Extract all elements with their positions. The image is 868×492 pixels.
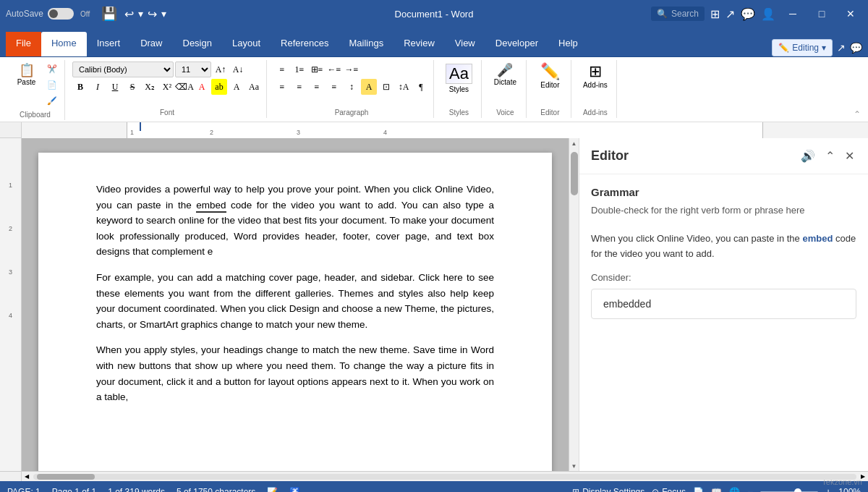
editing-mode-button[interactable]: ✏️ Editing ▾ — [772, 39, 833, 56]
tab-insert[interactable]: Insert — [87, 32, 131, 56]
cut-button[interactable]: ✂️ — [44, 62, 60, 76]
multilevel-button[interactable]: ⊞≡ — [309, 62, 325, 77]
embed-link[interactable]: embed — [802, 233, 833, 244]
copy-button[interactable]: 📄 — [44, 77, 60, 92]
tab-developer[interactable]: Developer — [485, 32, 548, 56]
customize-qat-icon[interactable]: ▾ — [161, 8, 166, 20]
comments-ribbon-icon[interactable]: 💬 — [850, 42, 862, 54]
sort-button[interactable]: ↕A — [396, 79, 412, 95]
bold-button[interactable]: B — [72, 79, 88, 95]
increase-font-button[interactable]: A↑ — [213, 62, 229, 77]
zoom-percent[interactable]: 100% — [838, 487, 861, 492]
line-spacing-button[interactable]: ↕ — [344, 79, 359, 95]
justify-button[interactable]: ≡ — [326, 79, 342, 95]
paste-button[interactable]: 📋 Paste — [10, 62, 43, 88]
numbering-button[interactable]: 1≡ — [292, 62, 307, 77]
collapse-ribbon-button[interactable]: ⌃ — [854, 109, 861, 119]
minimize-button[interactable]: ─ — [781, 4, 804, 24]
font-color-button[interactable]: A — [194, 79, 210, 95]
tab-file[interactable]: File — [6, 32, 41, 56]
tab-design[interactable]: Design — [173, 32, 222, 56]
characters-status[interactable]: 5 of 1750 characters — [176, 487, 255, 492]
search-placeholder: Search — [671, 9, 699, 19]
autosave-toggle[interactable] — [48, 8, 74, 20]
view-toggle-web[interactable]: 🌐 — [729, 487, 740, 492]
superscript-button[interactable]: X² — [159, 79, 175, 95]
font-size-text[interactable]: Aa — [246, 79, 262, 95]
undo-icon[interactable]: ↩ — [124, 7, 134, 21]
align-left-button[interactable]: ≡ — [274, 79, 290, 95]
tab-draw[interactable]: Draw — [130, 32, 172, 56]
hscroll-track[interactable] — [33, 474, 856, 480]
zoom-thumb[interactable] — [794, 488, 801, 492]
autosave-knob — [49, 9, 58, 18]
shading-button[interactable]: A — [361, 79, 377, 95]
strikethrough-button[interactable]: S — [124, 79, 140, 95]
suggestion-box[interactable]: embedded — [591, 289, 856, 319]
vertical-scrollbar[interactable]: ▲ ▼ — [569, 138, 579, 471]
decrease-font-button[interactable]: A↓ — [230, 62, 246, 77]
close-panel-icon[interactable]: ✕ — [843, 147, 856, 165]
document-page[interactable]: Video provides a powerful way to help yo… — [38, 153, 552, 471]
words-status[interactable]: 1 of 319 words — [108, 487, 165, 492]
focus-button[interactable]: ⊙ Focus — [652, 487, 686, 492]
tab-mailings[interactable]: Mailings — [339, 32, 394, 56]
save-icon[interactable]: 💾 — [101, 6, 117, 22]
tab-help[interactable]: Help — [548, 32, 588, 56]
page-of-status[interactable]: Page 1 of 1 — [52, 487, 96, 492]
view-toggle-read[interactable]: 📖 — [711, 487, 722, 492]
scroll-thumb[interactable] — [571, 152, 578, 195]
highlight-button[interactable]: ab — [211, 79, 227, 95]
font-size-select[interactable]: 11 — [175, 62, 211, 77]
comments-icon[interactable]: 💬 — [741, 7, 755, 21]
show-formatting-button[interactable]: ¶ — [413, 79, 429, 95]
subscript-button[interactable]: X₂ — [142, 79, 158, 95]
sound-icon[interactable]: 🔊 — [799, 147, 817, 165]
tab-view[interactable]: View — [445, 32, 485, 56]
document-scroll-area[interactable]: Video provides a powerful way to help yo… — [22, 138, 569, 471]
maximize-button[interactable]: □ — [810, 4, 833, 24]
hscroll-thumb[interactable] — [37, 474, 95, 480]
page-status[interactable]: PAGE: 1 — [7, 487, 41, 492]
accessibility-icon[interactable]: ♿ — [289, 487, 300, 492]
increase-indent-button[interactable]: →≡ — [344, 62, 359, 77]
scroll-left-button[interactable]: ◀ — [22, 472, 32, 482]
undo-dropdown-icon[interactable]: ▾ — [138, 8, 143, 20]
styles-button[interactable]: Aa Styles — [441, 62, 477, 96]
zoom-plus-button[interactable]: + — [825, 486, 831, 492]
tab-references[interactable]: References — [271, 32, 339, 56]
scroll-track[interactable] — [569, 148, 579, 461]
scroll-up-button[interactable]: ▲ — [569, 138, 579, 148]
collapse-panel-icon[interactable]: ⌃ — [823, 147, 837, 165]
redo-icon[interactable]: ↪ — [148, 7, 157, 21]
text-effect-button[interactable]: A — [229, 79, 244, 95]
track-changes-icon[interactable]: 📝 — [267, 487, 278, 492]
view-toggle-normal[interactable]: 📄 — [693, 487, 704, 492]
tab-layout[interactable]: Layout — [222, 32, 271, 56]
dictate-button[interactable]: 🎤 Dictate — [489, 62, 522, 88]
search-box[interactable]: 🔍 Search — [651, 7, 705, 21]
scroll-down-button[interactable]: ▼ — [569, 461, 579, 471]
borders-button[interactable]: ⊡ — [378, 79, 394, 95]
ribbon-icon[interactable]: ⊞ — [710, 7, 720, 21]
align-right-button[interactable]: ≡ — [309, 79, 325, 95]
font-name-select[interactable]: Calibri (Body) — [72, 62, 174, 77]
editor-ribbon-button[interactable]: ✏️ Editor — [534, 62, 566, 91]
profile-icon[interactable]: 👤 — [761, 7, 775, 21]
share-ribbon-icon[interactable]: ↗ — [837, 42, 846, 54]
status-right: ⊞ Display Settings ⊙ Focus 📄 📖 🌐 − + 100… — [572, 486, 861, 492]
display-settings-button[interactable]: ⊞ Display Settings — [572, 487, 644, 492]
italic-button[interactable]: I — [90, 79, 106, 95]
decrease-indent-button[interactable]: ←≡ — [326, 62, 342, 77]
bullets-button[interactable]: ≡ — [274, 62, 290, 77]
close-button[interactable]: ✕ — [839, 4, 862, 24]
addins-button[interactable]: ⊞ Add-ins — [579, 62, 612, 91]
format-painter-button[interactable]: 🖌️ — [44, 93, 60, 108]
share-icon[interactable]: ↗ — [726, 7, 735, 21]
tab-review[interactable]: Review — [393, 32, 445, 56]
clear-format-button[interactable]: ⌫A — [176, 79, 192, 95]
underline-button[interactable]: U — [107, 79, 123, 95]
align-center-button[interactable]: ≡ — [292, 79, 307, 95]
tab-home[interactable]: Home — [41, 32, 87, 56]
zoom-minus-button[interactable]: − — [747, 486, 753, 492]
